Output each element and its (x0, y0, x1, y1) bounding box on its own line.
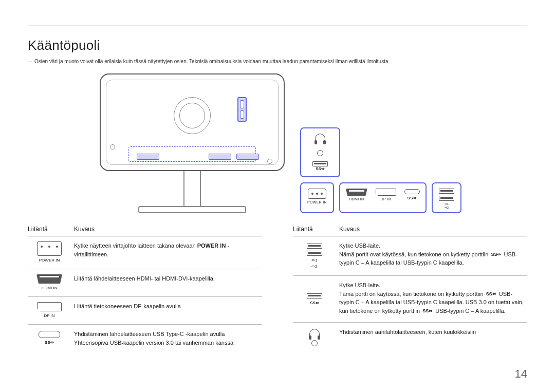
port-label: ⇔1 (445, 202, 449, 206)
port-desc: Kytke näytteen virtajohto laitteen takan… (74, 236, 262, 269)
screw-icon (110, 144, 115, 150)
ss-icon: SS⇔ (422, 308, 433, 315)
port-label: POWER IN (39, 257, 60, 264)
usb-c-port-icon (39, 331, 60, 338)
port-desc: Liitäntä tietokoneeseen DP-kaapelin avul… (74, 297, 262, 325)
dp-port-icon (37, 302, 62, 311)
th-desc: Kuvaus (74, 222, 262, 236)
usb-a-port-icon (307, 251, 322, 256)
port-label: DP IN (381, 197, 391, 201)
screw-icon (267, 159, 272, 164)
page-number: 14 (515, 367, 527, 381)
callout-av-ports: HDMI IN DP IN SS⇔ (339, 182, 427, 213)
stand-base-icon (138, 206, 246, 213)
monitor-back-illustration (100, 73, 285, 213)
table-row: ⇔1 ⇔2 Kytke USB-laite. Nämä portit ovat … (293, 236, 527, 276)
port-label: HDMI IN (349, 197, 364, 201)
hdmi-port-icon (346, 189, 367, 196)
port-label: HDMI IN (42, 285, 58, 291)
top-rule (28, 26, 527, 26)
port-tables: Liitäntä Kuvaus POWER IN Kytke näytteen … (28, 222, 527, 352)
table-row: SS⇔ Yhdistäminen lähdelaitteeseen USB Ty… (28, 325, 262, 352)
usb-c-port-icon (404, 189, 420, 194)
audio-jack-icon (311, 340, 318, 346)
port-label: ⇔2 (445, 206, 449, 209)
vesa-mount-icon (174, 97, 211, 134)
ss-icon: SS⇔ (486, 291, 496, 298)
table-row: HDMI IN Liitäntä lähdelaitteeseen HDMI- … (28, 269, 262, 297)
port-desc: Kytke USB-laite. Nämä portit ovat käytös… (339, 236, 527, 276)
table-row: DP IN Liitäntä tietokoneeseen DP-kaapeli… (28, 297, 262, 325)
port-label: SS⇔ (310, 300, 319, 306)
headphone-icon (309, 329, 320, 338)
ports-table-right: Liitäntä Kuvaus ⇔1 ⇔2 Kytke U (293, 222, 527, 352)
usb-a-port-icon (439, 196, 454, 201)
hdmi-port-icon (36, 274, 62, 284)
diagram-area: SS⇔ POWER IN HDMI IN DP IN (28, 73, 527, 213)
port-desc: Yhdistäminen äänilähtölaitteeseen, kuten… (339, 323, 527, 352)
port-label: ⇔2 (311, 264, 317, 270)
table-row: Yhdistäminen äänilähtölaitteeseen, kuten… (293, 323, 527, 352)
power-port-icon (308, 189, 326, 199)
page-title: Kääntöpuoli (28, 38, 527, 53)
th-desc: Kuvaus (339, 222, 527, 236)
ss-icon: SS⇔ (491, 251, 501, 258)
table-row: POWER IN Kytke näytteen virtajohto laitt… (28, 236, 262, 269)
headphone-icon (315, 134, 325, 143)
bottom-port-icon (137, 154, 159, 160)
th-port: Liitäntä (293, 222, 339, 236)
audio-jack-icon (317, 150, 323, 156)
bottom-port-icon (209, 154, 231, 160)
port-desc: Kytke USB-laite. Tämä portti on käytössä… (339, 276, 527, 323)
bottom-port-icon (236, 154, 259, 160)
ss-label: SS⇔ (316, 166, 325, 171)
callout-panels: SS⇔ POWER IN HDMI IN DP IN (300, 127, 461, 213)
table-row: SS⇔ Kytke USB-laite. Tämä portti on käyt… (293, 276, 527, 323)
ports-table-left: Liitäntä Kuvaus POWER IN Kytke näytteen … (28, 222, 262, 352)
port-label: DP IN (44, 313, 54, 319)
usb-a-port-icon (439, 189, 454, 194)
power-port-icon (37, 241, 62, 256)
port-desc: Yhdistäminen lähdelaitteeseen USB Type-C… (74, 325, 262, 352)
side-port-highlight (237, 97, 247, 122)
usb-a-port-icon (307, 244, 322, 249)
callout-usb-hub: ⇔1 ⇔2 (432, 182, 461, 213)
callout-side-ports: SS⇔ (300, 127, 340, 177)
usb-a-port-icon (312, 161, 328, 166)
port-label: SS⇔ (408, 196, 417, 200)
stand-neck-icon (183, 170, 201, 206)
callout-power: POWER IN (300, 182, 334, 213)
port-desc: Liitäntä lähdelaitteeseen HDMI- tai HDMI… (74, 269, 262, 297)
port-label: ⇔1 (311, 257, 317, 264)
dp-port-icon (376, 189, 396, 196)
disclaimer-note: Osien väri ja muoto voivat olla erilaisi… (28, 59, 527, 64)
port-label: SS⇔ (45, 340, 54, 346)
usb-a-port-icon (307, 293, 322, 298)
th-port: Liitäntä (28, 222, 74, 236)
port-label: POWER IN (307, 200, 327, 204)
